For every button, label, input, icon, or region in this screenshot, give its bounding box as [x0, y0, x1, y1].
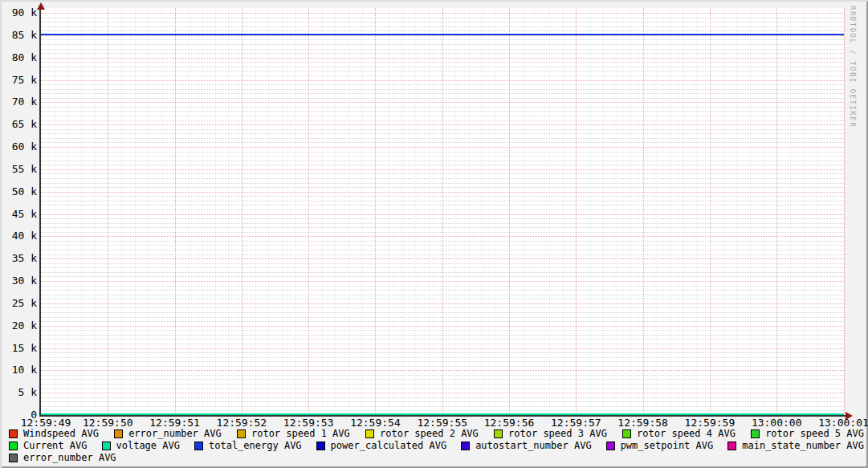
gridline-minor-h [41, 62, 844, 63]
gridline-minor-h [41, 178, 844, 179]
gridline-major-h [41, 348, 844, 349]
gridline-major-v [844, 8, 845, 416]
y-axis-label: 35 k [0, 253, 37, 264]
gridline-minor-h [41, 339, 844, 340]
gridline-minor-h [41, 321, 844, 322]
x-axis-label: 12:59:59 [678, 417, 742, 429]
y-axis-label: 15 k [0, 343, 37, 354]
gridline-minor-v [389, 8, 389, 416]
gridline-minor-h [41, 317, 844, 318]
legend-swatch [237, 429, 246, 438]
gridline-minor-v [563, 8, 564, 416]
legend-item: Windspeed AVG [9, 428, 99, 439]
gridline-major-v [308, 8, 309, 416]
legend-label: Windspeed AVG [23, 428, 99, 439]
legend-swatch [622, 429, 631, 438]
x-axis-label: 12:59:50 [75, 417, 140, 429]
gridline-minor-h [41, 201, 844, 201]
gridline-minor-v [282, 8, 283, 416]
gridline-minor-h [41, 397, 844, 398]
gridline-minor-h [41, 84, 844, 85]
x-axis-label: 12:59:51 [143, 417, 207, 429]
gridline-minor-h [41, 116, 844, 116]
gridline-minor-h [41, 344, 844, 344]
gridline-minor-h [41, 196, 844, 197]
legend-swatch [102, 442, 111, 450]
gridline-minor-h [41, 183, 844, 184]
gridline-minor-h [41, 286, 844, 287]
y-axis-label: 10 k [0, 364, 37, 376]
gridline-minor-h [41, 142, 844, 143]
legend-label: rotor speed 4 AVG [637, 428, 736, 439]
gridline-minor-h [41, 187, 844, 188]
gridline-minor-v [830, 8, 831, 416]
gridline-minor-h [41, 312, 844, 313]
gridline-minor-v [55, 8, 55, 416]
legend-label: voltage AVG [116, 440, 180, 451]
gridline-minor-h [41, 71, 844, 71]
gridline-minor-v [523, 8, 524, 416]
gridline-major-h [41, 102, 844, 103]
gridline-minor-h [41, 254, 844, 255]
x-axis-label: 12:59:56 [477, 417, 541, 429]
legend-item: error_number AVG [114, 428, 222, 439]
plot-area [41, 8, 844, 416]
gridline-major-h [41, 35, 844, 36]
gridline-minor-v [121, 8, 122, 416]
legend-label: main_state_number AVG [742, 440, 864, 451]
gridline-minor-h [41, 389, 844, 389]
gridline-major-h [41, 58, 844, 59]
gridline-minor-v [616, 8, 617, 416]
y-axis-label: 55 k [0, 164, 37, 175]
x-axis-label: 12:59:57 [544, 417, 608, 429]
gridline-minor-h [41, 133, 844, 134]
gridline-major-v [375, 8, 376, 416]
y-axis-label: 5 k [0, 387, 37, 398]
gridline-minor-v [696, 8, 697, 416]
legend-item: rotor speed 1 AVG [237, 428, 350, 439]
gridline-major-h [41, 281, 844, 282]
legend-swatch [9, 454, 18, 462]
legend-label: rotor speed 2 AVG [380, 428, 479, 439]
legend-label: rotor speed 1 AVG [251, 428, 350, 439]
gridline-major-v [175, 8, 176, 416]
gridline-minor-v [670, 8, 670, 416]
y-axis-label: 50 k [0, 186, 37, 197]
y-axis-label: 25 k [0, 298, 37, 309]
legend-swatch [606, 442, 615, 450]
legend-swatch [316, 442, 325, 450]
gridline-major-v [509, 8, 510, 416]
y-axis-label: 45 k [0, 209, 37, 220]
rrdtool-graph: 05 k10 k15 k20 k25 k30 k35 k40 k45 k50 k… [0, 0, 868, 468]
gridline-minor-h [41, 272, 844, 273]
y-axis-label: 85 k [0, 30, 37, 41]
gridline-major-h [41, 214, 844, 215]
legend-item: autostart_number AVG [461, 440, 592, 451]
gridline-minor-h [41, 111, 844, 112]
gridline-major-h [41, 393, 844, 393]
gridline-minor-h [41, 98, 844, 99]
gridline-minor-v [495, 8, 496, 416]
gridline-minor-v [790, 8, 791, 416]
gridline-minor-v [215, 8, 216, 416]
gridline-minor-v [67, 8, 68, 416]
gridline-minor-v [322, 8, 323, 416]
legend-item: voltage AVG [102, 440, 180, 451]
gridline-minor-h [41, 152, 844, 153]
legend-item: rotor speed 3 AVG [494, 428, 607, 439]
gridline-minor-v [630, 8, 630, 416]
gridline-minor-h [41, 232, 844, 233]
gridline-minor-h [41, 227, 844, 228]
gridline-minor-h [41, 330, 844, 331]
y-axis-label: 80 k [0, 52, 37, 63]
gridline-minor-v [228, 8, 229, 416]
gridline-minor-v [402, 8, 403, 416]
gridline-minor-v [804, 8, 805, 416]
gridline-minor-h [41, 44, 844, 45]
gridline-minor-h [41, 39, 844, 40]
x-axis-label: 13:00:01 [812, 417, 868, 429]
gridline-minor-h [41, 18, 844, 18]
gridline-minor-v [656, 8, 657, 416]
gridline-minor-h [41, 366, 844, 367]
gridline-minor-h [41, 107, 844, 108]
